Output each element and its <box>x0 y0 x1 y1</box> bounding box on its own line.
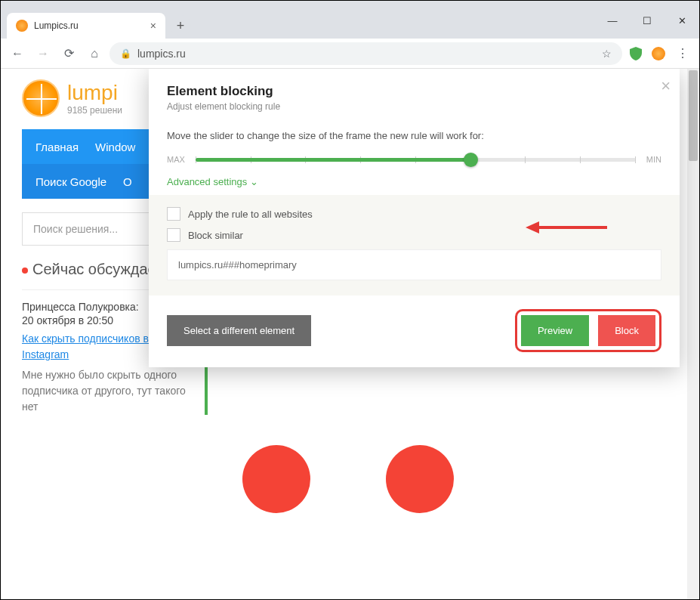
live-dot-icon <box>22 268 28 274</box>
bookmark-star-icon[interactable]: ☆ <box>602 48 612 60</box>
slider-instruction: Move the slider to change the size of th… <box>167 130 661 141</box>
site-name: lumpi <box>67 81 122 105</box>
menu-button[interactable]: ⋮ <box>672 43 693 64</box>
action-highlight: Preview Block <box>515 309 661 352</box>
logo-icon <box>22 79 60 117</box>
slider-max-label: MAX <box>167 155 185 164</box>
modal-actions-row: Select a different element Preview Block <box>167 295 661 352</box>
close-window-button[interactable]: ✕ <box>665 8 699 32</box>
nav-item-about[interactable]: О <box>123 175 132 188</box>
adguard-extension-icon[interactable] <box>627 45 645 63</box>
nav-item-windows[interactable]: Window <box>95 141 135 153</box>
favicon-icon <box>16 20 28 32</box>
nav-item-home[interactable]: Главная <box>35 141 79 153</box>
nav-item-search[interactable]: Поиск Google <box>35 175 106 188</box>
modal-subtitle: Adjust element blocking rule <box>167 101 661 112</box>
browser-tab[interactable]: Lumpics.ru × <box>7 13 165 39</box>
comment-text: Мне нужно было скрыть одного подписчика … <box>22 367 188 415</box>
red-circle-icon <box>386 445 454 513</box>
tab-title: Lumpics.ru <box>34 20 79 31</box>
close-tab-icon[interactable]: × <box>150 20 156 32</box>
scrollbar-thumb[interactable] <box>689 70 698 161</box>
modal-title: Element blocking <box>167 84 661 99</box>
tab-strip: Lumpics.ru × + — ☐ ✕ <box>1 8 699 39</box>
lock-icon: 🔒 <box>120 48 131 59</box>
slider-fill <box>196 158 468 162</box>
annotation-arrow-icon <box>526 218 609 237</box>
advanced-settings-label: Advanced settings <box>167 176 247 187</box>
site-tagline: 9185 решени <box>67 105 122 116</box>
close-modal-button[interactable]: × <box>661 76 671 96</box>
address-bar[interactable]: 🔒 lumpics.ru ☆ <box>109 42 622 65</box>
minimize-button[interactable]: — <box>595 8 630 32</box>
red-circle-icon <box>242 445 310 513</box>
preview-button[interactable]: Preview <box>521 315 589 346</box>
back-button[interactable]: ← <box>7 43 28 64</box>
slider-min-label: MIN <box>646 155 661 164</box>
chevron-down-icon: ⌄ <box>250 176 258 187</box>
maximize-button[interactable]: ☐ <box>630 8 665 32</box>
block-similar-label: Block similar <box>188 230 243 241</box>
forward-button[interactable]: → <box>32 43 54 64</box>
viewport: lumpi 9185 решени Главная Window Поиск G… <box>1 69 699 600</box>
sidebar-heading-text: Сейчас обсуждаем <box>32 261 166 277</box>
reload-button[interactable]: ⟳ <box>58 43 79 64</box>
rule-input[interactable]: lumpics.ru###homeprimary <box>167 249 661 280</box>
advanced-settings-toggle[interactable]: Advanced settings ⌄ <box>167 176 258 187</box>
advanced-settings-panel: Apply the rule to all websites Block sim… <box>149 195 680 295</box>
vertical-scrollbar[interactable] <box>687 69 699 600</box>
slider-thumb[interactable] <box>464 153 478 167</box>
select-different-button[interactable]: Select a different element <box>167 315 311 346</box>
search-input[interactable]: Поиск решения... <box>22 212 158 246</box>
new-tab-button[interactable]: + <box>170 15 191 36</box>
checkbox-icon[interactable] <box>167 207 180 221</box>
block-button[interactable]: Block <box>598 315 655 346</box>
url-text: lumpics.ru <box>137 48 186 60</box>
checkbox-icon[interactable] <box>167 228 180 242</box>
browser-toolbar: ← → ⟳ ⌂ 🔒 lumpics.ru ☆ ⋮ <box>1 39 699 69</box>
size-slider-row: MAX MIN <box>167 155 661 164</box>
size-slider[interactable] <box>196 158 636 162</box>
home-button[interactable]: ⌂ <box>84 43 105 64</box>
extension-icon[interactable] <box>649 45 668 63</box>
apply-all-label: Apply the rule to all websites <box>188 209 313 220</box>
window-controls: — ☐ ✕ <box>595 8 699 39</box>
svg-marker-5 <box>526 221 539 234</box>
titlebar-top <box>1 1 699 8</box>
logo-text-block: lumpi 9185 решени <box>67 81 122 116</box>
